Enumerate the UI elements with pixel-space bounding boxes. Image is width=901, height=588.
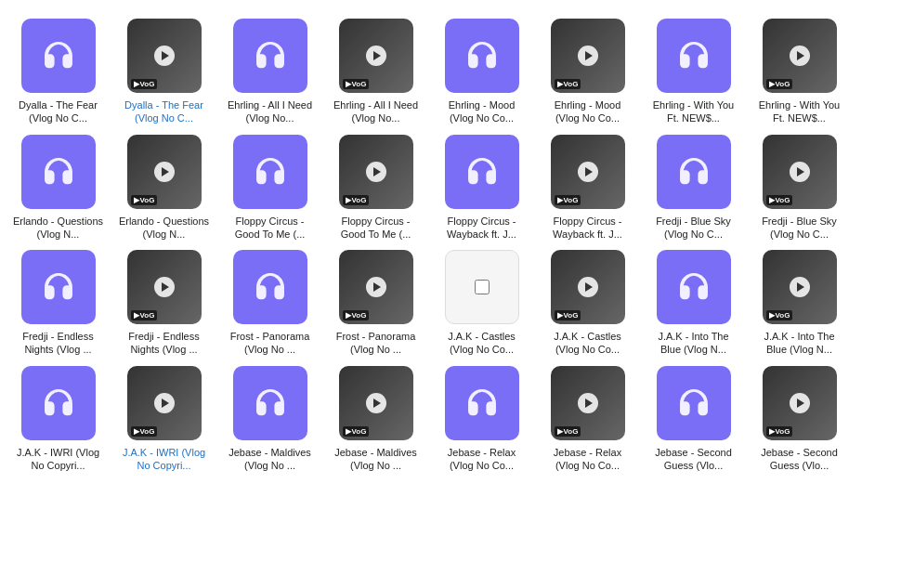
play-button[interactable] <box>790 162 810 182</box>
list-item[interactable]: ▶VoG J.A.K - Into The Blue (Vlog N... <box>751 250 848 357</box>
play-button[interactable] <box>366 277 386 297</box>
item-label: Erlando - Questions (Vlog N... <box>118 215 211 242</box>
vog-badge: ▶VoG <box>766 426 793 437</box>
play-button[interactable] <box>578 46 598 66</box>
vog-badge: ▶VoG <box>131 79 158 89</box>
video-thumb: ▶VoG <box>127 250 202 324</box>
list-item[interactable]: Frost - Panorama (Vlog No ... <box>221 250 319 357</box>
headphone-icon <box>250 35 291 76</box>
item-label: Jebase - Second Guess (Vlo... <box>753 446 846 473</box>
list-item[interactable]: ▶VoG Jebase - Relax (Vlog No Co... <box>539 366 636 473</box>
play-button[interactable] <box>578 162 598 182</box>
play-button[interactable] <box>154 46 175 66</box>
play-button[interactable] <box>790 393 810 413</box>
list-item[interactable]: Floppy Circus - Good To Me (... <box>221 135 319 242</box>
video-thumb: ▶VoG <box>551 19 625 93</box>
vog-badge: ▶VoG <box>766 310 793 320</box>
headphone-icon <box>462 151 503 192</box>
video-thumb: ▶VoG <box>551 250 625 324</box>
list-item[interactable]: ▶VoG Erlando - Questions (Vlog N... <box>115 135 213 242</box>
video-thumb: ▶VoG <box>127 19 202 93</box>
item-label: Floppy Circus - Good To Me (... <box>330 215 423 242</box>
play-button[interactable] <box>154 162 175 182</box>
list-item[interactable]: ▶VoG Fredji - Endless Nights (Vlog ... <box>115 250 213 357</box>
play-button[interactable] <box>790 46 810 66</box>
list-item[interactable] <box>856 19 901 125</box>
item-label: J.A.K - Castles (Vlog No Co... <box>436 330 529 357</box>
list-item[interactable]: Jebase - Second Guess (Vlo... <box>645 366 742 473</box>
play-button[interactable] <box>790 277 810 297</box>
list-item[interactable]: ▶VoG Fredji - Blue Sky (Vlog No C... <box>751 135 848 242</box>
item-label: J.A.K - IWRI (Vlog No Copyri... <box>12 446 105 473</box>
list-item[interactable]: J.A.K - Into The Blue (Vlog N... <box>645 250 742 357</box>
video-thumb: ▶VoG <box>763 19 837 93</box>
list-item[interactable]: J.A.K - IWRI (Vlog No Copyri... <box>9 366 107 473</box>
list-item[interactable] <box>856 135 901 242</box>
play-button[interactable] <box>154 393 175 413</box>
play-button[interactable] <box>578 277 598 297</box>
play-button[interactable] <box>366 46 386 66</box>
audio-thumb <box>657 135 731 209</box>
list-item[interactable]: ▶VoG Floppy Circus - Wayback ft. J... <box>539 135 636 242</box>
list-item[interactable]: ▶VoG Frost - Panorama (Vlog No ... <box>327 250 424 357</box>
item-label: Jebase - Relax (Vlog No Co... <box>436 446 529 473</box>
item-checkbox[interactable] <box>475 280 490 294</box>
list-item[interactable]: Jebase - Maldives (Vlog No ... <box>221 366 319 473</box>
item-label: J.A.K - Into The Blue (Vlog N... <box>647 330 740 357</box>
video-thumb: ▶VoG <box>551 366 625 440</box>
headphone-icon <box>38 35 79 76</box>
play-button[interactable] <box>578 393 598 413</box>
vog-badge: ▶VoG <box>555 79 581 89</box>
item-label: Erlando - Questions (Vlog N... <box>12 215 105 242</box>
item-label: J.A.K - Into The Blue (Vlog N... <box>753 330 846 357</box>
audio-thumb <box>445 135 519 209</box>
vog-badge: ▶VoG <box>131 310 158 320</box>
item-label: J.A.K - IWRI (Vlog No Copyri... <box>118 446 211 473</box>
headphone-icon <box>250 383 291 424</box>
video-thumb: ▶VoG <box>763 250 837 324</box>
list-item[interactable]: ▶VoG Ehrling - Mood (Vlog No Co... <box>539 19 636 125</box>
list-item[interactable]: ▶VoG Floppy Circus - Good To Me (... <box>327 135 424 242</box>
list-item[interactable]: Ehrling - Mood (Vlog No Co... <box>433 19 530 125</box>
item-label: Floppy Circus - Wayback ft. J... <box>436 215 529 242</box>
item-label: Ehrling - Mood (Vlog No Co... <box>436 98 529 125</box>
checkbox-thumb[interactable] <box>445 250 519 324</box>
list-item[interactable]: Jebase - Relax (Vlog No Co... <box>433 366 530 473</box>
list-item[interactable]: ▶VoG J.A.K - IWRI (Vlog No Copyri... <box>115 366 213 473</box>
item-label: Frost - Panorama (Vlog No ... <box>330 330 423 357</box>
list-item[interactable]: ▶VoG Jebase - Second Guess (Vlo... <box>751 366 848 473</box>
item-label: Jebase - Maldives (Vlog No ... <box>224 446 317 473</box>
video-thumb: ▶VoG <box>763 366 837 440</box>
play-button[interactable] <box>154 277 175 297</box>
list-item[interactable] <box>856 366 901 473</box>
audio-thumb <box>657 250 731 324</box>
list-item[interactable]: Fredji - Endless Nights (Vlog ... <box>9 250 107 357</box>
vog-badge: ▶VoG <box>766 195 793 205</box>
list-item[interactable]: Floppy Circus - Wayback ft. J... <box>433 135 530 242</box>
list-item[interactable]: ▶VoG Ehrling - All I Need (Vlog No... <box>327 19 424 125</box>
list-item[interactable]: Dyalla - The Fear (Vlog No C... <box>9 19 107 125</box>
video-thumb: ▶VoG <box>763 135 837 209</box>
list-item[interactable]: ▶VoG Dyalla - The Fear (Vlog No C... <box>115 19 213 125</box>
audio-thumb <box>233 366 307 440</box>
list-item[interactable]: ▶VoG J.A.K - Castles (Vlog No Co... <box>539 250 636 357</box>
list-item[interactable]: ▶VoG Ehrling - With You Ft. NEW$... <box>751 19 848 125</box>
list-item[interactable]: J.A.K - Castles (Vlog No Co... <box>433 250 530 357</box>
audio-thumb <box>233 135 307 209</box>
item-label: Ehrling - With You Ft. NEW$... <box>647 98 740 125</box>
list-item[interactable]: Ehrling - With You Ft. NEW$... <box>645 19 742 125</box>
audio-thumb <box>445 366 519 440</box>
item-label: Jebase - Relax (Vlog No Co... <box>542 446 634 473</box>
play-button[interactable] <box>366 162 386 182</box>
list-item[interactable] <box>856 250 901 357</box>
headphone-icon <box>673 35 714 76</box>
list-item[interactable]: ▶VoG Jebase - Maldives (Vlog No ... <box>327 366 424 473</box>
vog-badge: ▶VoG <box>555 310 581 320</box>
play-button[interactable] <box>366 393 386 413</box>
list-item[interactable]: Fredji - Blue Sky (Vlog No C... <box>645 135 742 242</box>
list-item[interactable]: Ehrling - All I Need (Vlog No... <box>221 19 319 125</box>
headphone-icon <box>38 383 79 424</box>
video-thumb: ▶VoG <box>339 135 413 209</box>
list-item[interactable]: Erlando - Questions (Vlog N... <box>9 135 107 242</box>
audio-thumb <box>445 19 519 93</box>
